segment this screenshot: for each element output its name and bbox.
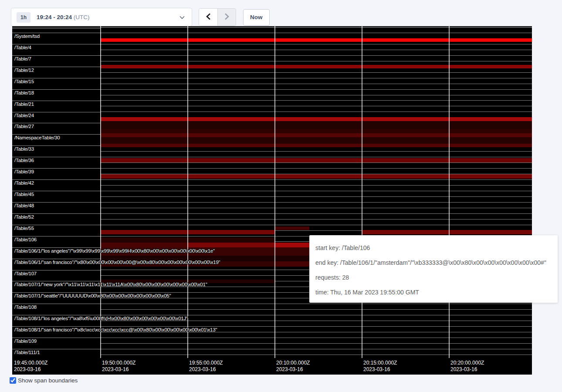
heat-band [274, 243, 309, 247]
heat-band [274, 261, 309, 267]
heat-band [100, 158, 532, 162]
heat-band [362, 230, 532, 234]
show-span-boundaries-row[interactable]: Show span boundaries [10, 377, 78, 384]
tooltip-requests: requests: 28 [315, 270, 552, 285]
chevron-right-icon [224, 13, 229, 21]
heat-band [100, 174, 532, 179]
checkbox-label: Show span boundaries [18, 377, 78, 384]
row-label: /Table/108/1/"los angeles"/"\xa8\xf5\u00… [14, 316, 188, 321]
time-range-label: 19:24 - 20:24 (UTC) [37, 14, 90, 20]
row-label: /Table/27 [14, 124, 34, 129]
tooltip-start-key: start key: /Table/106 [315, 240, 552, 255]
show-span-boundaries-checkbox[interactable] [10, 377, 16, 384]
row-label: /Table/109 [14, 338, 37, 344]
time-nav-group [199, 8, 236, 26]
time-range-select[interactable]: 1h 19:24 - 20:24 (UTC) [11, 8, 192, 27]
canvas-top-boundary [12, 27, 532, 27]
row-label: /Table/106 [14, 237, 37, 242]
key-visualizer-canvas[interactable]: /System/tsd/Table/4/Table/7/Table/12/Tab… [12, 26, 532, 375]
heat-band [187, 243, 274, 247]
span-boundaries-layer [100, 26, 532, 358]
heat-band [100, 38, 532, 42]
x-axis-label: 20:15:00.000Z2023-03-16 [363, 360, 397, 373]
row-label: /Table/107 [14, 271, 37, 276]
row-label: /Table/15 [14, 79, 34, 84]
row-label: /Table/106/1/"los angeles"/"\x99\x99\x99… [14, 248, 215, 253]
span-boundaries-left-layer [12, 26, 100, 358]
x-axis-label: 19:45:00.000Z2023-03-16 [14, 360, 47, 373]
tooltip-time: time: Thu, 16 Mar 2023 19:55:00 GMT [315, 285, 552, 300]
x-axis: 19:45:00.000Z2023-03-1619:50:00.000Z2023… [12, 358, 532, 375]
timezone-label: (UTC) [74, 14, 90, 20]
chevron-left-icon [206, 13, 211, 21]
time-gridline [362, 26, 362, 358]
heat-band [274, 226, 309, 230]
row-label: /Table/48 [14, 203, 34, 208]
row-label: /Table/39 [14, 169, 34, 174]
row-label: /Table/108/1/"san francisco"/"\x8c\xcc\x… [14, 327, 217, 332]
row-label: /Table/52 [14, 214, 34, 220]
heat-band [100, 247, 309, 256]
row-label: /Table/18 [14, 90, 34, 95]
next-button[interactable] [217, 9, 236, 26]
x-axis-label: 19:55:00.000Z2023-03-16 [189, 360, 223, 373]
row-label: /Table/42 [14, 180, 34, 186]
time-toolbar: 1h 19:24 - 20:24 (UTC) Now [11, 8, 270, 27]
row-label: /Table/108 [14, 304, 37, 310]
heat-band [100, 137, 532, 144]
time-gridline [100, 26, 101, 358]
time-gridline [274, 26, 275, 358]
x-axis-label: 20:20:00.000Z2023-03-16 [450, 360, 484, 373]
row-label: /Table/106/1/"san francisco"/"\x80\x00\x… [14, 260, 220, 265]
row-label: /System/tsd [14, 34, 40, 39]
preset-badge: 1h [17, 12, 30, 23]
time-range-value: 19:24 - 20:24 [37, 14, 72, 20]
row-label: /Table/111/1 [14, 350, 40, 355]
row-label: /Table/4 [14, 45, 31, 50]
row-label: /Table/33 [14, 146, 34, 152]
row-label: /Table/21 [14, 101, 34, 107]
heat-band [100, 65, 532, 68]
row-label: /Table/107/1/"seattle"/"UUUUUUD\x00\x80\… [14, 293, 171, 298]
heat-band [100, 144, 532, 147]
row-label: /Table/12 [14, 68, 34, 73]
x-axis-label: 20:10:00.000Z2023-03-16 [276, 360, 310, 373]
chevron-down-icon [179, 16, 185, 19]
heat-band [100, 261, 274, 267]
x-axis-label: 19:50:00.000Z2023-03-16 [102, 360, 135, 373]
row-label: /Table/24 [14, 113, 34, 118]
tooltip-end-key: end key: /Table/106/1/"amsterdam"/"\xb33… [315, 255, 552, 270]
heat-band [100, 230, 274, 234]
heat-band [100, 129, 532, 133]
time-gridline [187, 26, 188, 358]
heat-band [100, 280, 274, 283]
row-label: /Table/45 [14, 192, 34, 197]
heat-band [100, 133, 532, 137]
heat-band [100, 237, 274, 243]
heat-band [100, 117, 532, 121]
now-button[interactable]: Now [243, 9, 270, 26]
row-label: /Table/55 [14, 226, 34, 231]
row-label: /Table/7 [14, 56, 31, 61]
row-label: /Table/36 [14, 158, 34, 163]
heat-band [100, 243, 187, 247]
row-label: /NamespaceTable/30 [14, 135, 60, 140]
heat-band [100, 256, 309, 261]
time-gridline [449, 26, 450, 358]
hover-tooltip: start key: /Table/106 end key: /Table/10… [309, 235, 558, 303]
prev-button[interactable] [199, 9, 217, 26]
heat-band [100, 121, 532, 129]
row-label: /Table/107/1/"new york"/"\x11\x11\x11\x1… [14, 282, 207, 287]
